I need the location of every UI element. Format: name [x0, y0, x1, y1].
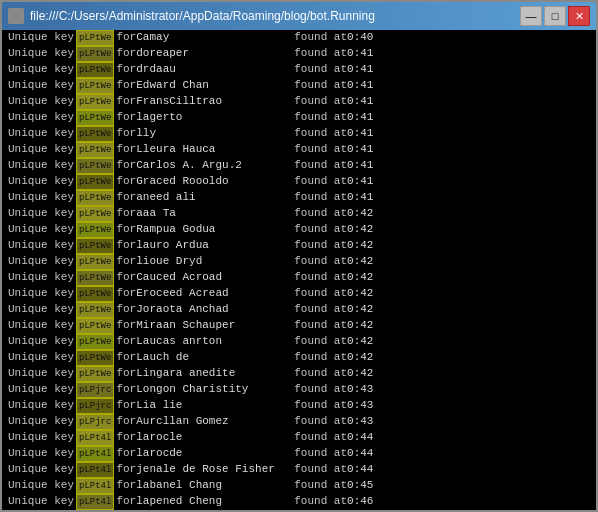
log-line: Unique key pLPtWe for Miraan Schauperfou…: [8, 318, 590, 334]
log-prefix: Unique key: [8, 382, 74, 396]
log-prefix: Unique key: [8, 334, 74, 348]
log-found: found at: [294, 494, 347, 508]
window-title: file:///C:/Users/Administrator/AppData/R…: [30, 9, 375, 23]
log-key-badge: pLPtWe: [76, 62, 114, 78]
log-prefix: Unique key: [8, 174, 74, 188]
log-time: 0:42: [347, 254, 373, 268]
log-line: Unique key pLPjrc for Aurcllan Gomezfoun…: [8, 414, 590, 430]
log-line: Unique key pLPtWe for Joraota Anchadfoun…: [8, 302, 590, 318]
log-prefix: Unique key: [8, 414, 74, 428]
log-time: 0:43: [347, 382, 373, 396]
log-name: Lingara anedite: [136, 366, 286, 380]
log-time: 0:41: [347, 126, 373, 140]
log-for: for: [116, 334, 136, 348]
log-for: for: [116, 398, 136, 412]
log-time: 0:44: [347, 462, 373, 476]
log-time: 0:43: [347, 398, 373, 412]
log-prefix: Unique key: [8, 398, 74, 412]
log-time: 0:41: [347, 94, 373, 108]
terminal-output[interactable]: Work started at 0:40 Unique key pLPtWe f…: [2, 30, 596, 510]
log-found: found at: [294, 302, 347, 316]
log-prefix: Unique key: [8, 302, 74, 316]
log-line: Unique key pLPtWe for lauro Arduafound a…: [8, 238, 590, 254]
log-name: Miraan Schauper: [136, 318, 286, 332]
log-line: Unique key pLPtWe for drdaaufound at 0:4…: [8, 62, 590, 78]
log-time: 0:41: [347, 174, 373, 188]
log-found: found at: [294, 110, 347, 124]
log-name: labanel Chang: [136, 478, 286, 492]
log-time: 0:41: [347, 46, 373, 60]
log-prefix: Unique key: [8, 190, 74, 204]
log-prefix: Unique key: [8, 158, 74, 172]
log-time: 0:41: [347, 142, 373, 156]
log-key-badge: pLPt4l: [76, 446, 114, 462]
log-for: for: [116, 366, 136, 380]
log-time: 0:46: [347, 494, 373, 508]
log-time: 0:42: [347, 366, 373, 380]
log-key-badge: pLPjrc: [76, 398, 114, 414]
log-prefix: Unique key: [8, 110, 74, 124]
log-name: aneed ali: [136, 190, 286, 204]
log-prefix: Unique key: [8, 126, 74, 140]
log-name: doreaper: [136, 46, 286, 60]
log-line: Unique key pLPtWe for Carlos A. Argu.2fo…: [8, 158, 590, 174]
log-line: Unique key pLPt4l for larocdefound at 0:…: [8, 446, 590, 462]
log-line: Unique key pLPtWe for FransCilltraofound…: [8, 94, 590, 110]
log-key-badge: pLPtWe: [76, 110, 114, 126]
log-key-badge: pLPtWe: [76, 350, 114, 366]
log-prefix: Unique key: [8, 270, 74, 284]
log-key-badge: pLPtWe: [76, 366, 114, 382]
log-key-badge: pLPtWe: [76, 286, 114, 302]
log-prefix: Unique key: [8, 238, 74, 252]
log-time: 0:42: [347, 270, 373, 284]
app-icon: [8, 8, 24, 24]
log-found: found at: [294, 350, 347, 364]
log-line: Unique key pLPtWe for aneed alifound at …: [8, 190, 590, 206]
log-found: found at: [294, 382, 347, 396]
log-time: 0:41: [347, 190, 373, 204]
log-for: for: [116, 350, 136, 364]
log-found: found at: [294, 334, 347, 348]
log-for: for: [116, 110, 136, 124]
log-name: Lia lie: [136, 398, 286, 412]
log-time: 0:44: [347, 446, 373, 460]
log-found: found at: [294, 270, 347, 284]
close-button[interactable]: ✕: [568, 6, 590, 26]
log-for: for: [116, 254, 136, 268]
log-time: 0:42: [347, 222, 373, 236]
minimize-button[interactable]: —: [520, 6, 542, 26]
log-found: found at: [294, 430, 347, 444]
log-for: for: [116, 430, 136, 444]
log-line: Unique key pLPt4l for lapened Chengfound…: [8, 494, 590, 510]
log-prefix: Unique key: [8, 142, 74, 156]
log-line: Unique key pLPt4l for jenale de Rose Fis…: [8, 462, 590, 478]
log-key-badge: pLPtWe: [76, 126, 114, 142]
log-time: 0:41: [347, 158, 373, 172]
log-for: for: [116, 446, 136, 460]
log-prefix: Unique key: [8, 222, 74, 236]
log-name: Lauch de: [136, 350, 286, 364]
log-name: lagerto: [136, 110, 286, 124]
log-name: FransCilltrao: [136, 94, 286, 108]
log-prefix: Unique key: [8, 350, 74, 364]
log-name: Camay: [136, 30, 286, 44]
log-for: for: [116, 302, 136, 316]
log-for: for: [116, 174, 136, 188]
log-found: found at: [294, 222, 347, 236]
log-for: for: [116, 126, 136, 140]
log-time: 0:44: [347, 430, 373, 444]
log-found: found at: [294, 126, 347, 140]
log-found: found at: [294, 414, 347, 428]
log-prefix: Unique key: [8, 494, 74, 508]
log-name: lly: [136, 126, 286, 140]
log-found: found at: [294, 462, 347, 476]
log-line: Unique key pLPtWe for Lingara aneditefou…: [8, 366, 590, 382]
maximize-button[interactable]: □: [544, 6, 566, 26]
log-found: found at: [294, 478, 347, 492]
log-line: Unique key pLPtWe for llyfound at 0:41: [8, 126, 590, 142]
log-key-badge: pLPt4l: [76, 478, 114, 494]
log-for: for: [116, 222, 136, 236]
log-found: found at: [294, 190, 347, 204]
log-name: lapened Cheng: [136, 494, 286, 508]
log-line: Unique key pLPtWe for doreaperfound at 0…: [8, 46, 590, 62]
